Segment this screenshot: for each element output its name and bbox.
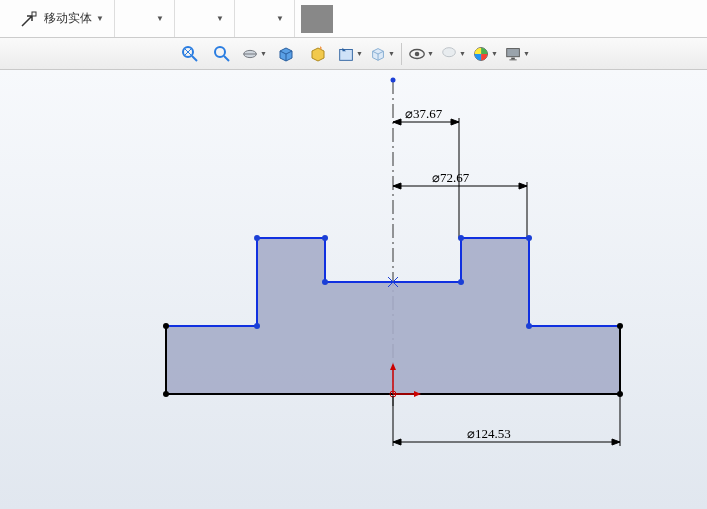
color-swatch[interactable] (301, 5, 333, 33)
dimension-label-d1[interactable]: ⌀37.67 (405, 106, 442, 122)
chevron-down-icon: ▼ (427, 50, 434, 57)
svg-marker-25 (393, 119, 401, 125)
graphics-area[interactable]: ⌀37.67 ⌀72.67 ⌀124.53 (0, 70, 707, 509)
appearance-button[interactable]: ▼ (472, 41, 498, 67)
orientation-button[interactable]: ▼ (337, 41, 363, 67)
svg-marker-30 (519, 183, 527, 189)
svg-rect-14 (509, 59, 516, 60)
view-cube-button[interactable]: ▼ (369, 41, 395, 67)
isometric-button[interactable] (273, 41, 299, 67)
svg-rect-13 (511, 57, 515, 59)
svg-marker-34 (612, 439, 620, 445)
chevron-down-icon: ▼ (491, 50, 498, 57)
chevron-down-icon: ▼ (260, 50, 267, 57)
dimension-d2 (393, 182, 527, 238)
zoom-window-button[interactable] (209, 41, 235, 67)
move-entity-tool[interactable]: 移动实体 ▼ (8, 0, 115, 37)
move-entity-label: 移动实体 (44, 10, 92, 27)
sketch-point[interactable] (322, 279, 328, 285)
command-toolbar: 移动实体 ▼ ▼ ▼ ▼ (0, 0, 707, 38)
chevron-down-icon[interactable]: ▼ (276, 14, 284, 23)
view-toolbar: ▼ ▼ ▼ ▼ ▼ ▼ ▼ (0, 38, 707, 70)
chevron-down-icon: ▼ (388, 50, 395, 57)
svg-rect-7 (340, 49, 353, 60)
svg-point-9 (415, 51, 420, 56)
sketch-point[interactable] (163, 391, 169, 397)
dimension-label-d3[interactable]: ⌀124.53 (467, 426, 511, 442)
tool-slot-2[interactable]: ▼ (115, 0, 175, 37)
sketch-point[interactable] (458, 279, 464, 285)
sketch-point[interactable] (322, 235, 328, 241)
svg-marker-33 (393, 439, 401, 445)
sketch-point[interactable] (163, 323, 169, 329)
sketch-point[interactable] (458, 235, 464, 241)
monitor-button[interactable]: ▼ (504, 41, 530, 67)
svg-marker-29 (393, 183, 401, 189)
svg-point-16 (391, 78, 396, 83)
svg-point-10 (443, 47, 456, 56)
svg-rect-0 (32, 12, 36, 16)
sketch-point[interactable] (254, 323, 260, 329)
chevron-down-icon[interactable]: ▼ (216, 14, 224, 23)
sketch-point[interactable] (254, 235, 260, 241)
filter-button[interactable]: ▼ (440, 41, 466, 67)
move-entity-icon (18, 8, 40, 30)
chevron-down-icon: ▼ (459, 50, 466, 57)
svg-marker-26 (451, 119, 459, 125)
tool-slot-4[interactable]: ▼ (235, 0, 295, 37)
sketch-point[interactable] (526, 235, 532, 241)
display-style-button[interactable] (305, 41, 331, 67)
tool-slot-3[interactable]: ▼ (175, 0, 235, 37)
chevron-down-icon[interactable]: ▼ (96, 14, 104, 23)
dimension-label-d2[interactable]: ⌀72.67 (432, 170, 469, 186)
svg-point-3 (215, 47, 225, 57)
zoom-fit-button[interactable] (177, 41, 203, 67)
visibility-button[interactable]: ▼ (408, 41, 434, 67)
chevron-down-icon: ▼ (356, 50, 363, 57)
chevron-down-icon[interactable]: ▼ (156, 14, 164, 23)
svg-line-4 (224, 56, 229, 61)
sketch-point[interactable] (617, 323, 623, 329)
chevron-down-icon: ▼ (523, 50, 530, 57)
section-view-button[interactable]: ▼ (241, 41, 267, 67)
sketch-point[interactable] (617, 391, 623, 397)
sketch-point[interactable] (526, 323, 532, 329)
svg-rect-12 (507, 48, 520, 56)
svg-line-2 (192, 56, 197, 61)
